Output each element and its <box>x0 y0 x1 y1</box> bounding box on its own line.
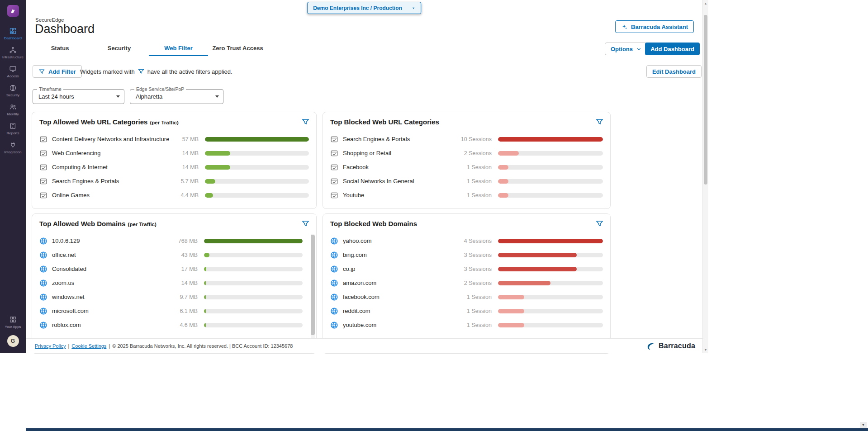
row-bar-track <box>205 193 309 198</box>
background-window-strip <box>26 428 868 431</box>
card-header: Top Allowed Web URL Categories(per Traff… <box>39 118 309 126</box>
chart-row-10-0-6-129: 10.0.6.129768 MB <box>39 234 303 248</box>
row-bar-fill <box>498 253 577 257</box>
card-scrollbar-thumb[interactable] <box>311 235 315 335</box>
chevron-down-icon <box>411 6 416 10</box>
tab-bar: StatusSecurityWeb FilterZero Trust Acces… <box>30 41 267 56</box>
row-value: 2 Sessions <box>460 280 492 286</box>
chart-row-youtube: Youtube1 Session <box>330 188 603 202</box>
apps-grid-icon <box>9 316 17 323</box>
scroll-up-icon[interactable]: ▲ <box>703 0 708 6</box>
card-title: Top Allowed Web Domains <box>39 220 126 227</box>
row-value: 17 MB <box>177 266 198 272</box>
sparkle-icon <box>621 24 628 30</box>
row-bar-track <box>498 239 603 243</box>
row-label: zoom.us <box>52 279 74 286</box>
row-bar-track <box>498 323 603 327</box>
row-bar-fill <box>204 267 206 271</box>
filter-applied-funnel-icon[interactable] <box>301 219 310 228</box>
background-scroll-down-icon: ▼ <box>860 422 867 428</box>
chart-row-computing-internet: Computing & Internet14 MB <box>39 160 309 174</box>
row-bar-track <box>205 165 309 170</box>
row-bar-fill <box>204 323 206 327</box>
privacy-policy-link[interactable]: Privacy Policy <box>35 343 66 349</box>
page-scrollbar-thumb[interactable] <box>704 15 707 185</box>
add-dashboard-button[interactable]: Add Dashboard <box>645 43 700 55</box>
row-bar-track <box>498 193 603 198</box>
row-bar-track <box>498 295 603 299</box>
row-bar-fill <box>498 137 603 142</box>
card-header: Top Allowed Web Domains(per Traffic) <box>39 220 309 227</box>
sidebar-item-dashboard[interactable]: Dashboard <box>0 24 26 43</box>
row-bar-track <box>498 253 603 257</box>
timeframe-select[interactable]: Timeframe Last 24 hours <box>33 89 124 104</box>
barracuda-logo-icon[interactable] <box>7 5 19 17</box>
row-bar-fill <box>498 165 508 170</box>
row-label: Consolidated <box>52 265 86 272</box>
options-button[interactable]: Options <box>605 43 648 55</box>
globe-icon <box>330 251 338 259</box>
row-label: Content Delivery Networks and Infrastruc… <box>52 136 169 142</box>
filter-applied-funnel-icon[interactable] <box>595 219 604 228</box>
tab-status[interactable]: Status <box>30 41 90 56</box>
globe-icon <box>330 237 338 245</box>
globe-icon <box>39 251 47 259</box>
edit-dashboard-button[interactable]: Edit Dashboard <box>646 65 702 78</box>
globe-icon <box>330 279 338 287</box>
cards-grid: Top Allowed Web URL Categories(per Traff… <box>32 112 611 354</box>
cookie-settings-link[interactable]: Cookie Settings <box>71 343 106 349</box>
tab-security[interactable]: Security <box>90 41 149 56</box>
chart-row-facebook-com: facebook.com1 Session <box>330 290 603 304</box>
tab-zero-trust-access[interactable]: Zero Trust Access <box>208 41 267 56</box>
row-bar-fill <box>498 179 508 184</box>
chart-row-windows-net: windows.net9.7 MB <box>39 290 303 304</box>
chevron-down-icon <box>636 46 642 52</box>
row-bar-track <box>205 179 309 184</box>
sidebar-item-your-apps[interactable]: Your Apps <box>0 313 26 332</box>
filter-applied-funnel-icon[interactable] <box>595 118 604 126</box>
chart-row-co-jp: co.jp3 Sessions <box>330 262 603 276</box>
scroll-down-icon[interactable]: ▼ <box>703 347 708 353</box>
tenant-selector[interactable]: Demo Enterprises Inc / Production <box>307 2 421 14</box>
sidebar-item-infrastructure[interactable]: Infrastructure <box>0 43 26 62</box>
row-bar-track <box>205 151 309 156</box>
row-label: Computing & Internet <box>52 164 108 171</box>
row-label: bing.com <box>343 251 367 258</box>
add-filter-button[interactable]: Add Filter <box>33 65 82 78</box>
row-bar-fill <box>205 137 309 142</box>
row-value: 14 MB <box>178 164 199 171</box>
globe-icon <box>330 321 338 329</box>
row-bar-fill <box>204 239 303 243</box>
row-label: microsoft.com <box>52 308 89 314</box>
sidebar-item-security[interactable]: Security <box>0 81 26 100</box>
chart-row-microsoft-com: microsoft.com6.1 MB <box>39 304 303 318</box>
barracuda-assistant-button[interactable]: Barracuda Assistant <box>615 20 694 33</box>
filter-applied-funnel-icon[interactable] <box>301 118 310 126</box>
main-content: Demo Enterprises Inc / Production Secure… <box>26 0 702 353</box>
page-scrollbar[interactable]: ▲ ▼ <box>702 0 708 353</box>
row-bar-track <box>204 295 303 299</box>
row-label: yahoo.com <box>343 237 372 244</box>
card-header: Top Blocked Web Domains <box>330 220 603 227</box>
card-scrollbar[interactable] <box>311 234 315 351</box>
card-rows: Search Engines & Portals10 SessionsShopp… <box>330 132 603 202</box>
category-icon <box>39 163 47 171</box>
tab-web-filter[interactable]: Web Filter <box>149 41 208 56</box>
row-bar-track <box>498 179 603 184</box>
sidebar-item-identity[interactable]: Identity <box>0 100 26 119</box>
row-label: amazon.com <box>343 279 376 286</box>
chart-row-online-games: Online Games4.4 MB <box>39 188 309 202</box>
card-top-allowed-web-url-categories: Top Allowed Web URL Categories(per Traff… <box>32 112 317 209</box>
sidebar-item-access[interactable]: Access <box>0 62 26 81</box>
row-value: 43 MB <box>177 252 198 258</box>
row-label: Youtube <box>343 192 364 199</box>
card-title: Top Blocked Web URL Categories <box>330 118 439 126</box>
dashboard-icon <box>9 27 17 35</box>
sidebar-item-reports[interactable]: Reports <box>0 119 26 138</box>
user-avatar[interactable]: G <box>7 335 19 347</box>
chart-row-amazon-com: amazon.com2 Sessions <box>330 276 603 290</box>
sidebar-item-integration[interactable]: Integration <box>0 138 26 157</box>
row-value: 1 Session <box>462 308 492 314</box>
globe-icon <box>39 265 47 273</box>
edge-service-select[interactable]: Edge Service/Site/PoP Alpharetta <box>130 89 223 104</box>
